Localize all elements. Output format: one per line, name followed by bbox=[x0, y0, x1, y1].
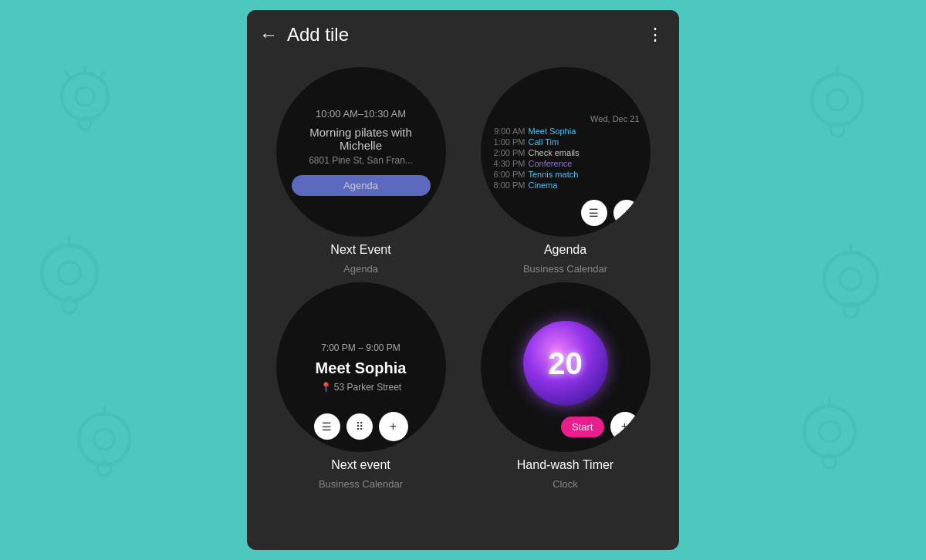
svg-point-7 bbox=[59, 262, 81, 285]
tile-label-next-event-primary: Next Event bbox=[330, 243, 390, 257]
next-event-content: 10:00 AM–10:30 AM Morning pilates with M… bbox=[276, 93, 446, 211]
tile-label-sophia-secondary: Business Calendar bbox=[319, 478, 403, 490]
agenda-event-row: 9:00 AM Meet Sophia bbox=[492, 127, 640, 136]
agenda-list-button[interactable]: ☰ bbox=[581, 200, 607, 226]
sophia-event-name: Meet Sophia bbox=[316, 359, 407, 377]
page-title: Add tile bbox=[287, 24, 647, 46]
agenda-event-row: 4:30 PM Conference bbox=[492, 159, 640, 168]
watch-face-meet-sophia[interactable]: 7:00 PM – 9:00 PM Meet Sophia 📍 53 Parke… bbox=[276, 282, 446, 452]
svg-point-1 bbox=[76, 87, 94, 106]
timer-start-button[interactable]: Start bbox=[561, 417, 603, 437]
timer-actions: Start + bbox=[561, 412, 639, 441]
meet-sophia-content: 7:00 PM – 9:00 PM Meet Sophia 📍 53 Parke… bbox=[303, 330, 419, 405]
timer-add-button[interactable]: + bbox=[610, 412, 640, 441]
tile-handwash[interactable]: 20 Start + Hand-wash Timer Clock bbox=[467, 282, 664, 490]
svg-line-3 bbox=[65, 71, 69, 77]
tile-next-event[interactable]: 10:00 AM–10:30 AM Morning pilates with M… bbox=[262, 67, 459, 275]
tile-meet-sophia[interactable]: 7:00 PM – 9:00 PM Meet Sophia 📍 53 Parke… bbox=[262, 282, 459, 490]
header: ← Add tile ⋮ bbox=[247, 10, 679, 59]
tile-label-handwash-primary: Hand-wash Timer bbox=[517, 458, 613, 472]
agenda-event-row: 1:00 PM Call Tim bbox=[492, 137, 640, 147]
sophia-actions: ☰ ⠿ + bbox=[314, 412, 408, 441]
svg-point-22 bbox=[804, 407, 855, 457]
agenda-date: Wed, Dec 21 bbox=[492, 114, 640, 123]
sophia-add-button[interactable]: + bbox=[379, 412, 408, 441]
back-button[interactable]: ← bbox=[259, 25, 278, 44]
sophia-location: 📍 53 Parker Street bbox=[316, 382, 407, 393]
agenda-events-list: 9:00 AM Meet Sophia 1:00 PM Call Tim 2:0… bbox=[492, 127, 640, 190]
tile-label-agenda-primary: Agenda bbox=[544, 243, 586, 257]
tile-label-next-event-secondary: Agenda bbox=[343, 263, 378, 275]
agenda-event-row: 8:00 PM Cinema bbox=[492, 180, 640, 190]
location-pin-icon: 📍 bbox=[320, 382, 332, 393]
sophia-grid-button[interactable]: ⠿ bbox=[346, 413, 373, 440]
agenda-add-button[interactable]: + bbox=[613, 200, 640, 226]
tile-label-handwash-secondary: Clock bbox=[553, 478, 578, 490]
svg-point-15 bbox=[827, 89, 847, 110]
tile-label-sophia-primary: Next event bbox=[331, 458, 390, 472]
svg-point-14 bbox=[812, 75, 863, 126]
watch-face-handwash[interactable]: 20 Start + bbox=[481, 282, 651, 452]
svg-point-11 bbox=[94, 429, 114, 449]
tiles-grid: 10:00 AM–10:30 AM Morning pilates with M… bbox=[247, 59, 679, 505]
agenda-actions: ☰ + bbox=[581, 200, 640, 226]
agenda-badge: Agenda bbox=[292, 175, 431, 196]
watch-face-agenda[interactable]: Wed, Dec 21 9:00 AM Meet Sophia 1:00 PM … bbox=[481, 67, 651, 237]
svg-point-23 bbox=[820, 421, 840, 441]
agenda-event-row: 6:00 PM Tennis match bbox=[492, 170, 640, 179]
agenda-event-row: 2:00 PM Check emails bbox=[492, 148, 640, 157]
next-event-time: 10:00 AM–10:30 AM bbox=[292, 108, 431, 120]
next-event-location: 6801 Pine St, San Fran... bbox=[292, 155, 431, 166]
svg-point-10 bbox=[79, 414, 130, 465]
timer-number: 20 bbox=[548, 346, 583, 381]
svg-point-19 bbox=[840, 268, 862, 290]
more-button[interactable]: ⋮ bbox=[647, 26, 664, 43]
svg-line-4 bbox=[100, 71, 105, 77]
timer-orb: 20 bbox=[523, 321, 608, 406]
sophia-list-button[interactable]: ☰ bbox=[314, 413, 340, 440]
sophia-time: 7:00 PM – 9:00 PM bbox=[316, 342, 407, 353]
svg-point-6 bbox=[42, 245, 97, 301]
watch-face-next-event[interactable]: 10:00 AM–10:30 AM Morning pilates with M… bbox=[276, 67, 446, 237]
svg-point-18 bbox=[824, 252, 877, 305]
next-event-name: Morning pilates with Michelle bbox=[292, 126, 431, 152]
tile-agenda[interactable]: Wed, Dec 21 9:00 AM Meet Sophia 1:00 PM … bbox=[467, 67, 664, 275]
svg-point-0 bbox=[62, 73, 108, 120]
tile-label-agenda-secondary: Business Calendar bbox=[523, 263, 607, 275]
agenda-content: Wed, Dec 21 9:00 AM Meet Sophia 1:00 PM … bbox=[481, 102, 651, 202]
main-panel: ← Add tile ⋮ 10:00 AM–10:30 AM Morning p… bbox=[247, 10, 679, 550]
